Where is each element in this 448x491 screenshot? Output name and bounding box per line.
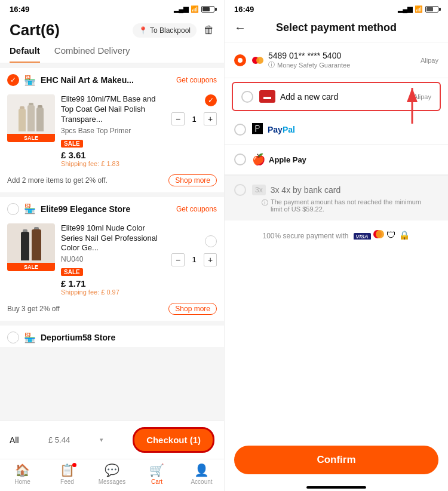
nav-feed[interactable]: 📋 Feed <box>45 463 90 485</box>
store-icon-elite99: 🏪 <box>24 203 36 214</box>
status-bar-left: 16:49 ▂▄▆ 📶 <box>0 0 224 16</box>
store-left-deportium: 🏪 Deportium58 Store <box>7 332 115 343</box>
shield-icon: 🛡 <box>386 230 396 240</box>
card-chip-icon: ▬ <box>263 92 271 101</box>
signal-icon-right: ▂▄▆ <box>398 5 412 13</box>
product-row-ehc: SALE Elite99 10ml/7ML Base and Top Coat … <box>0 90 224 172</box>
radio-paypal <box>234 124 246 136</box>
qty-decrease-ehc[interactable]: − <box>171 112 185 125</box>
lock-icon: 🔒 <box>398 230 410 240</box>
product-row-elite99: SALE Elite99 10ml Nude Color Series Nail… <box>0 219 224 301</box>
store-header-elite99: 🏪 Elite99 Elegance Store Get coupons <box>0 197 224 219</box>
product-info-ehc: Elite99 10ml/7ML Base and Top Coat Gel N… <box>61 94 165 167</box>
qty-increase-ehc[interactable]: + <box>204 112 217 125</box>
nav-cart[interactable]: 🛒 Cart <box>134 463 179 485</box>
nav-messages[interactable]: 💬 Messages <box>90 463 134 485</box>
payment-info-paypal: PayPal PayPal <box>268 125 438 134</box>
store-icon-ehc: 🏪 <box>24 75 36 86</box>
shop-more-ehc[interactable]: Shop more <box>168 174 217 186</box>
trash-button[interactable]: 🗑 <box>204 24 214 36</box>
tab-combined-delivery[interactable]: Combined Delivery <box>54 39 130 63</box>
info-icon: ⓘ <box>268 60 275 69</box>
checkout-button[interactable]: Checkout (1) <box>133 427 214 453</box>
item-checkbox-ehc[interactable]: ✓ <box>205 94 217 106</box>
store-left-ehc: ✓ 🏪 EHC Nail Art & Makeu... <box>7 74 134 86</box>
qty-control-ehc: − 1 + <box>171 112 217 125</box>
account-icon: 👤 <box>194 463 209 477</box>
item-checkbox-elite99[interactable] <box>205 235 217 247</box>
cart-tabs: Default Combined Delivery <box>0 39 224 63</box>
messages-icon: 💬 <box>105 463 119 477</box>
tab-default[interactable]: Default <box>10 39 40 63</box>
sale-badge-elite99: SALE <box>61 268 83 276</box>
paypal-icon: 🅿 <box>252 123 263 136</box>
qty-control-elite99: − 1 + <box>171 253 217 266</box>
get-coupons-ehc[interactable]: Get coupons <box>176 76 217 84</box>
product-variant-ehc: 3pcs Base Top Primer <box>61 127 165 135</box>
shipping-fee-ehc: Shipping fee: £ 1.83 <box>61 160 165 167</box>
store-section-deportium: 🏪 Deportium58 Store <box>0 326 224 347</box>
product-controls-ehc: ✓ − 1 + <box>171 94 217 125</box>
radio-oney <box>234 184 246 196</box>
alipay-tag-add: Alipay <box>413 93 431 100</box>
add-card-option[interactable]: ▬ Add a new card Alipay <box>232 82 441 111</box>
get-coupons-elite99[interactable]: Get coupons <box>176 205 217 213</box>
store-header-deportium: 🏪 Deportium58 Store <box>0 326 224 347</box>
home-indicator-right <box>306 486 366 489</box>
store-name-deportium: Deportium58 Store <box>41 333 115 342</box>
wifi-icon-right: 📶 <box>415 5 423 13</box>
payment-info-alipay-card: 5489 01** **** 5400 ⓘ Money Safety Guara… <box>268 51 421 69</box>
payment-panel: 16:49 ▂▄▆ 📶 ← Select payment method 5489… <box>224 0 448 491</box>
mastercard-icon <box>252 57 263 64</box>
product-controls-elite99: − 1 + <box>171 223 217 266</box>
promo-row-elite99: Buy 3 get 2% off Shop more <box>0 300 224 321</box>
promo-row-ehc: Add 2 more items to get 2% off. Shop mor… <box>0 172 224 192</box>
signal-icon: ▂▄▆ <box>174 5 188 13</box>
store-icon-deportium: 🏪 <box>24 332 36 343</box>
payment-option-applepay[interactable]: 🍎 Apple Pay <box>225 145 448 175</box>
visa-badge: VISA <box>354 230 371 240</box>
radio-alipay-card <box>234 54 246 66</box>
qty-increase-elite99[interactable]: + <box>204 253 217 266</box>
product-info-elite99: Elite99 10ml Nude Color Series Nail Gel … <box>61 223 165 296</box>
oney-info-icon: ⓘ <box>262 198 268 207</box>
confirm-button[interactable]: Confirm <box>234 446 438 474</box>
add-card-label: Add a new card <box>280 92 413 102</box>
location-icon: 📍 <box>139 26 148 35</box>
oney-label: 3x 4x by bank card <box>271 185 438 195</box>
all-label: All <box>10 435 19 445</box>
total-label: £ 5.44 <box>48 435 70 444</box>
bottles-icon <box>19 103 44 134</box>
payment-option-oney: 3x 3x 4x by bank card <box>234 184 438 196</box>
location-label: To Blackpool <box>150 26 191 35</box>
product-variant-elite99: NU040 <box>61 255 165 263</box>
paypal-label: PayPal PayPal <box>268 125 438 134</box>
payment-option-paypal[interactable]: 🅿 PayPal PayPal <box>225 115 448 145</box>
product-price-elite99: £ 1.71 <box>61 278 165 289</box>
store-checkbox-deportium[interactable] <box>7 332 19 343</box>
apple-icon: 🍎 <box>252 153 265 166</box>
location-button[interactable]: 📍 To Blackpool <box>133 23 197 38</box>
nav-account[interactable]: 👤 Account <box>179 463 224 485</box>
store-checkbox-ehc[interactable]: ✓ <box>7 74 19 86</box>
store-left-elite99: 🏪 Elite99 Elegance Store <box>7 203 130 215</box>
oney-logo: 3x <box>252 185 266 195</box>
payment-info-add-card: Add a new card <box>280 92 413 102</box>
product-name-ehc: Elite99 10ml/7ML Base and Top Coat Gel N… <box>61 94 165 125</box>
back-button[interactable]: ← <box>234 21 246 35</box>
paypal-row-wrapper: 🅿 PayPal PayPal <box>225 115 448 145</box>
store-section-elite99: 🏪 Elite99 Elegance Store Get coupons <box>0 197 224 321</box>
payment-title: Select payment method <box>251 22 422 34</box>
radio-dot <box>238 58 243 63</box>
payment-option-alipay-card[interactable]: 5489 01** **** 5400 ⓘ Money Safety Guara… <box>225 42 448 78</box>
status-bar-right: 16:49 ▂▄▆ 📶 <box>225 0 448 16</box>
store-checkbox-elite99[interactable] <box>7 203 19 215</box>
feed-icon: 📋 <box>60 464 75 477</box>
battery-icon-right <box>425 6 438 13</box>
applepay-label: Apple Pay <box>269 155 438 164</box>
shop-more-elite99[interactable]: Shop more <box>168 303 217 315</box>
radio-add-card <box>241 91 253 103</box>
status-icons-right: ▂▄▆ 📶 <box>398 5 438 13</box>
qty-decrease-elite99[interactable]: − <box>171 253 185 266</box>
nav-home[interactable]: 🏠 Home <box>0 463 45 485</box>
